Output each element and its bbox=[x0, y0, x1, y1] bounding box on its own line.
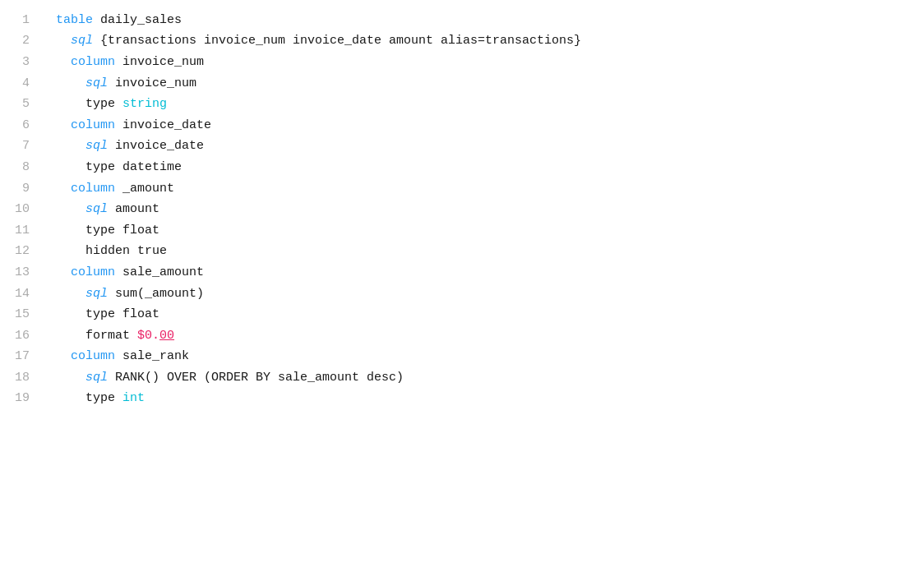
code-line-19: type int bbox=[56, 389, 924, 410]
token: type bbox=[56, 305, 115, 325]
line-number-1: 1 bbox=[0, 10, 43, 31]
code-content[interactable]: table daily_sales sql {transactions invo… bbox=[43, 0, 924, 567]
line-number-2: 2 bbox=[0, 31, 43, 53]
token: $0. bbox=[130, 326, 159, 346]
token: sql bbox=[56, 368, 108, 388]
token: {transactions invoice_num invoice_date a… bbox=[93, 31, 581, 51]
code-line-4: sql invoice_num bbox=[56, 73, 924, 94]
code-line-1: table daily_sales bbox=[56, 10, 924, 31]
token: _amount bbox=[115, 179, 174, 199]
token: column bbox=[56, 347, 115, 366]
token: invoice_date bbox=[108, 136, 204, 156]
token: type bbox=[56, 158, 115, 177]
token: true bbox=[130, 242, 167, 261]
token: float bbox=[115, 305, 159, 325]
line-number-6: 6 bbox=[0, 115, 43, 136]
token: column bbox=[56, 179, 115, 199]
code-line-5: type string bbox=[56, 94, 924, 115]
token: format bbox=[56, 326, 130, 346]
token: int bbox=[115, 389, 145, 408]
token: float bbox=[115, 221, 159, 241]
code-line-6: column invoice_date bbox=[56, 115, 924, 136]
line-number-13: 13 bbox=[0, 262, 43, 284]
token: column bbox=[56, 53, 115, 72]
code-editor: 12345678910111213141516171819 table dail… bbox=[0, 0, 924, 567]
token: column bbox=[56, 116, 115, 136]
token: sale_amount bbox=[115, 263, 204, 283]
code-line-8: type datetime bbox=[56, 157, 924, 178]
token: amount bbox=[108, 200, 159, 219]
code-line-9: column _amount bbox=[56, 178, 924, 200]
line-number-14: 14 bbox=[0, 284, 43, 305]
line-number-18: 18 bbox=[0, 367, 43, 389]
code-line-16: format $0.00 bbox=[56, 325, 924, 347]
line-number-11: 11 bbox=[0, 220, 43, 242]
token: invoice_date bbox=[115, 116, 211, 136]
line-number-4: 4 bbox=[0, 73, 43, 94]
token: string bbox=[115, 94, 167, 114]
token: sql bbox=[56, 31, 93, 51]
token: hidden bbox=[56, 242, 130, 261]
code-line-13: column sale_amount bbox=[56, 262, 924, 284]
token: column bbox=[56, 263, 115, 283]
token: table bbox=[56, 11, 93, 30]
code-line-2: sql {transactions invoice_num invoice_da… bbox=[56, 31, 924, 53]
code-line-10: sql amount bbox=[56, 199, 924, 220]
token: sql bbox=[56, 136, 108, 156]
token: RANK() OVER (ORDER BY sale_amount desc) bbox=[108, 368, 404, 388]
code-line-17: column sale_rank bbox=[56, 347, 924, 368]
code-line-7: sql invoice_date bbox=[56, 136, 924, 158]
token: daily_sales bbox=[93, 11, 182, 30]
token: 00 bbox=[159, 326, 174, 346]
code-line-3: column invoice_num bbox=[56, 52, 924, 73]
line-number-7: 7 bbox=[0, 136, 43, 158]
token: invoice_num bbox=[115, 53, 204, 72]
line-number-gutter: 12345678910111213141516171819 bbox=[0, 0, 43, 567]
line-number-12: 12 bbox=[0, 242, 43, 263]
token: type bbox=[56, 94, 115, 114]
code-line-11: type float bbox=[56, 220, 924, 242]
token: invoice_num bbox=[108, 74, 196, 94]
line-number-5: 5 bbox=[0, 94, 43, 115]
code-line-12: hidden true bbox=[56, 242, 924, 263]
code-line-15: type float bbox=[56, 304, 924, 325]
token: sum(_amount) bbox=[108, 284, 204, 304]
token: sql bbox=[56, 200, 108, 219]
line-number-3: 3 bbox=[0, 52, 43, 73]
token: sql bbox=[56, 74, 108, 94]
line-number-17: 17 bbox=[0, 347, 43, 368]
line-number-16: 16 bbox=[0, 325, 43, 347]
line-number-15: 15 bbox=[0, 304, 43, 325]
token: type bbox=[56, 389, 115, 408]
line-number-10: 10 bbox=[0, 199, 43, 220]
code-line-14: sql sum(_amount) bbox=[56, 284, 924, 305]
token: sale_rank bbox=[115, 347, 189, 366]
line-number-19: 19 bbox=[0, 389, 43, 410]
token: sql bbox=[56, 284, 108, 304]
line-number-9: 9 bbox=[0, 178, 43, 200]
token: datetime bbox=[115, 158, 182, 177]
code-line-18: sql RANK() OVER (ORDER BY sale_amount de… bbox=[56, 367, 924, 389]
token: type bbox=[56, 221, 115, 241]
line-number-8: 8 bbox=[0, 157, 43, 178]
